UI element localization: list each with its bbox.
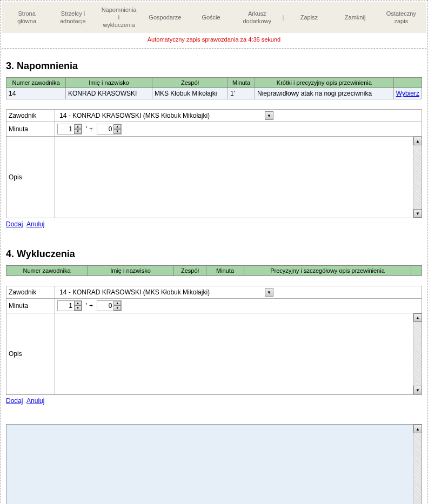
cancel-link[interactable]: Anuluj xyxy=(26,397,44,405)
nav-home[interactable]: Stronagłówna xyxy=(4,9,50,26)
col-name: Imię i nazwisko xyxy=(66,78,152,88)
nav-separator: | xyxy=(280,14,286,21)
cautions-table: Numer zawodnika Imię i nazwisko Zespół M… xyxy=(6,77,422,99)
nav-final-save[interactable]: Ostatecznyzapis xyxy=(378,9,424,26)
label-zawodnik: Zawodnik xyxy=(6,286,55,299)
minute-input-2[interactable] xyxy=(97,125,113,133)
nav-hosts[interactable]: Gospodarze xyxy=(142,12,188,22)
scroll-up-icon[interactable]: ▲ xyxy=(413,425,422,433)
scroll-up-icon[interactable]: ▲ xyxy=(413,313,422,322)
chevron-down-icon[interactable]: ▼ xyxy=(265,111,273,120)
nav-save[interactable]: Zapisz xyxy=(286,12,332,22)
col-desc: Krótki i precyzyjny opis przewinienia xyxy=(255,78,394,88)
cell-desc: Nieprawidłowy atak na nogi przeciwnika xyxy=(255,88,394,99)
form-actions: Dodaj Anuluj xyxy=(6,218,422,230)
minute-spinner-2[interactable]: ▲▼ xyxy=(97,124,122,135)
section-cautions: 3. Napomnienia Numer zawodnika Imię i na… xyxy=(2,49,426,237)
label-opis: Opis xyxy=(6,313,55,395)
nav-extra-sheet[interactable]: Arkuszdodatkowy xyxy=(234,9,280,26)
chevron-down-icon[interactable]: ▼ xyxy=(265,288,273,297)
spinner-up-icon[interactable]: ▲ xyxy=(113,124,121,129)
cell-minute: 1' xyxy=(228,88,255,99)
notes-textarea[interactable] xyxy=(6,425,422,504)
nav-scorers[interactable]: Strzelcy iadnotacje xyxy=(50,9,96,26)
spinner-up-icon[interactable]: ▲ xyxy=(74,124,82,129)
col-minute: Minuta xyxy=(206,266,244,276)
minute-input-1[interactable] xyxy=(58,125,74,133)
add-link[interactable]: Dodaj xyxy=(6,397,23,405)
player-dropdown[interactable]: 14 - KONRAD KRASOWSKI (MKS Kłobuk Mikoła… xyxy=(57,288,273,297)
minute-spinner-1[interactable]: ▲▼ xyxy=(57,300,82,311)
navbar: Stronagłówna Strzelcy iadnotacje Napomni… xyxy=(2,2,426,33)
col-team: Zespół xyxy=(152,78,228,88)
player-dropdown-text: 14 - KONRAD KRASOWSKI (MKS Kłobuk Mikoła… xyxy=(57,288,265,297)
scroll-down-icon[interactable]: ▼ xyxy=(413,386,422,394)
minute-spinner-2[interactable]: ▲▼ xyxy=(97,300,122,311)
col-action xyxy=(393,78,422,88)
cell-action: Wybierz xyxy=(393,88,422,99)
table-row: 14 KONRAD KRASOWSKI MKS Kłobuk Mikołajki… xyxy=(6,88,422,99)
cell-name: KONRAD KRASOWSKI xyxy=(66,88,152,99)
spinner-up-icon[interactable]: ▲ xyxy=(74,301,82,306)
spinner-down-icon[interactable]: ▼ xyxy=(113,129,121,134)
notes-area: ▲ ▼ xyxy=(6,424,422,504)
scrollbar[interactable]: ▲ ▼ xyxy=(413,313,422,394)
label-minuta: Minuta xyxy=(6,299,55,313)
section-title-exclusions: 4. Wykluczenia xyxy=(6,248,422,260)
col-desc: Precyzyjny i szczegółowy opis przewinien… xyxy=(244,266,411,276)
section-title-cautions: 3. Napomnienia xyxy=(6,61,422,72)
scrollbar[interactable]: ▲ ▼ xyxy=(413,425,422,504)
label-zawodnik: Zawodnik xyxy=(6,110,55,122)
spinner-up-icon[interactable]: ▲ xyxy=(113,301,121,306)
nav-close[interactable]: Zamknij xyxy=(332,12,378,22)
cancel-link[interactable]: Anuluj xyxy=(26,220,44,228)
plus-separator: ' + xyxy=(84,302,95,310)
add-link[interactable]: Dodaj xyxy=(6,220,23,228)
description-textarea[interactable] xyxy=(55,137,422,218)
col-number: Numer zawodnika xyxy=(6,266,88,276)
cell-number: 14 xyxy=(6,88,66,99)
scroll-up-icon[interactable]: ▲ xyxy=(413,137,422,145)
minute-input-1[interactable] xyxy=(58,301,74,310)
col-team: Zespół xyxy=(174,266,206,276)
spinner-down-icon[interactable]: ▼ xyxy=(74,306,82,311)
nav-cautions[interactable]: Napomnienia iwykluczenia xyxy=(96,5,142,30)
col-number: Numer zawodnika xyxy=(6,78,66,88)
spinner-down-icon[interactable]: ▼ xyxy=(74,129,82,134)
col-minute: Minuta xyxy=(228,78,255,88)
caution-form: Zawodnik 14 - KONRAD KRASOWSKI (MKS Kłob… xyxy=(6,109,422,218)
minute-input-2[interactable] xyxy=(97,301,113,310)
label-minuta: Minuta xyxy=(6,122,55,137)
exclusions-table: Numer zawodnika Imię i nazwisko Zespół M… xyxy=(6,265,422,276)
autosave-message: Automatyczny zapis sprawozdania za 4:36 … xyxy=(2,33,426,48)
exclusion-form: Zawodnik 14 - KONRAD KRASOWSKI (MKS Kłob… xyxy=(6,286,422,395)
select-link[interactable]: Wybierz xyxy=(396,90,419,97)
nav-guests[interactable]: Goście xyxy=(188,12,234,22)
col-action xyxy=(411,266,422,276)
cell-team: MKS Kłobuk Mikołajki xyxy=(152,88,228,99)
description-textarea[interactable] xyxy=(55,313,422,394)
scrollbar[interactable]: ▲ ▼ xyxy=(413,137,422,218)
spinner-down-icon[interactable]: ▼ xyxy=(113,306,121,311)
label-opis: Opis xyxy=(6,137,55,218)
player-dropdown[interactable]: 14 - KONRAD KRASOWSKI (MKS Kłobuk Mikoła… xyxy=(57,111,273,120)
scroll-down-icon[interactable]: ▼ xyxy=(413,209,422,218)
form-actions: Dodaj Anuluj xyxy=(6,395,422,407)
minute-spinner-1[interactable]: ▲▼ xyxy=(57,124,82,135)
player-dropdown-text: 14 - KONRAD KRASOWSKI (MKS Kłobuk Mikoła… xyxy=(57,111,265,120)
plus-separator: ' + xyxy=(84,125,95,133)
col-name: Imię i nazwisko xyxy=(88,266,174,276)
section-exclusions: 4. Wykluczenia Numer zawodnika Imię i na… xyxy=(2,237,426,413)
